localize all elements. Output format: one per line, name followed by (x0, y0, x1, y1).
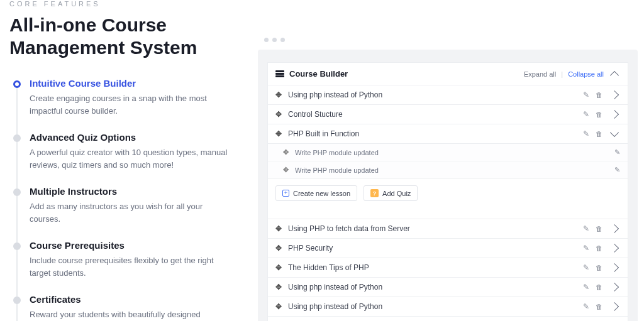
chevron-right-icon[interactable] (610, 283, 619, 291)
create-lesson-button[interactable]: + Create new lesson (275, 185, 357, 201)
topic-row[interactable]: ✥ Using php instead of Python (268, 278, 628, 297)
lesson-actions-row: + Create new lesson ? Add Quiz (268, 179, 628, 210)
feature-title: Multiple Instructors (30, 186, 242, 197)
lesson-row[interactable]: ✥ Write PHP module updated (268, 161, 628, 179)
expand-all-link[interactable]: Expand all (524, 70, 556, 78)
edit-icon[interactable] (583, 110, 589, 119)
add-quiz-label: Add Quiz (382, 190, 411, 197)
eyebrow-label: CORE FEATURES (9, 0, 242, 8)
feature-title: Certificates (30, 294, 242, 305)
delete-icon[interactable] (596, 224, 602, 233)
feature-desc: Create engaging courses in a snap with t… (30, 92, 231, 117)
feature-title: Advanced Quiz Options (30, 132, 242, 143)
topic-label: Using php instead of Python (288, 283, 583, 291)
create-lesson-label: Create new lesson (293, 190, 350, 197)
delete-icon[interactable] (596, 283, 602, 291)
feature-desc: Reward your students with beautifully de… (30, 308, 231, 321)
feature-title: Course Prerequisites (30, 240, 242, 251)
feature-title: Intuitive Course Builder (30, 78, 242, 89)
topic-row[interactable]: ✥ Using php instead of Python (268, 85, 628, 105)
chevron-right-icon[interactable] (610, 263, 619, 272)
features-list: Intuitive Course Builder Create engaging… (13, 78, 242, 321)
chevron-right-icon[interactable] (610, 244, 619, 253)
feature-certificates[interactable]: Certificates Reward your students with b… (13, 294, 242, 321)
add-quiz-button[interactable]: ? Add Quiz (364, 185, 418, 201)
plus-icon: + (282, 190, 289, 197)
feature-desc: A powerful quiz creator with 10 question… (30, 146, 231, 171)
topic-label: PHP Built in Function (288, 129, 583, 138)
edit-icon[interactable] (583, 302, 589, 311)
lesson-label: Write PHP module updated (295, 166, 614, 174)
chevron-right-icon[interactable] (610, 224, 619, 233)
drag-handle-icon[interactable]: ✥ (275, 302, 282, 311)
drag-handle-icon[interactable]: ✥ (275, 90, 282, 99)
delete-icon[interactable] (596, 129, 602, 138)
feature-quiz-options[interactable]: Advanced Quiz Options A powerful quiz cr… (13, 132, 242, 171)
page-headline: All-in-one Course Management System (9, 14, 242, 59)
edit-icon[interactable] (583, 224, 589, 233)
edit-icon[interactable] (614, 148, 620, 156)
drag-handle-icon[interactable]: ✥ (275, 224, 282, 233)
quiz-icon: ? (370, 189, 379, 197)
delete-icon[interactable] (596, 90, 602, 99)
drag-handle-icon[interactable]: ✥ (275, 283, 282, 291)
lesson-label: Write PHP module updated (295, 149, 614, 156)
feature-desc: Include course prerequisites flexibly to… (30, 254, 231, 279)
topic-label: Control Stucture (288, 110, 583, 119)
chevron-up-icon[interactable] (610, 70, 619, 79)
delete-icon[interactable] (596, 244, 602, 253)
delete-icon[interactable] (596, 302, 602, 311)
window-dots (264, 38, 638, 42)
feature-desc: Add as many instructors as you wish for … (30, 200, 231, 225)
builder-title: Course Builder (289, 69, 348, 79)
builder-header: Course Builder Expand all | Collapse all (268, 63, 628, 85)
separator: | (561, 70, 563, 78)
topic-row[interactable]: ✥ Control Stucture (268, 105, 628, 124)
chevron-right-icon[interactable] (610, 110, 619, 119)
topic-row[interactable]: ✥ The Hidden Tips of PHP (268, 258, 628, 278)
delete-icon[interactable] (596, 263, 602, 272)
topic-row[interactable]: ✥ Using PHP to fetch data from Server (268, 219, 628, 239)
drag-handle-icon[interactable]: ✥ (275, 244, 282, 253)
edit-icon[interactable] (583, 129, 589, 138)
topic-row[interactable]: ✥ PHP Built in Function (268, 124, 628, 144)
topic-label: PHP Security (288, 244, 583, 253)
edit-icon[interactable] (583, 244, 589, 253)
edit-icon[interactable] (614, 166, 620, 174)
topic-label: Using PHP to fetch data from Server (288, 224, 583, 233)
feature-intuitive-builder[interactable]: Intuitive Course Builder Create engaging… (13, 78, 242, 117)
edit-icon[interactable] (583, 90, 589, 99)
stack-icon (275, 70, 284, 77)
drag-handle-icon[interactable]: ✥ (283, 148, 289, 156)
drag-handle-icon[interactable]: ✥ (275, 263, 282, 272)
feature-multiple-instructors[interactable]: Multiple Instructors Add as many instruc… (13, 186, 242, 225)
topic-label: Using php instead of Python (288, 90, 583, 99)
collapse-all-link[interactable]: Collapse all (568, 70, 604, 78)
topic-label: The Hidden Tips of PHP (288, 263, 583, 272)
delete-icon[interactable] (596, 110, 602, 119)
drag-handle-icon[interactable]: ✥ (283, 166, 289, 174)
chevron-right-icon[interactable] (610, 90, 619, 99)
feature-prerequisites[interactable]: Course Prerequisites Include course prer… (13, 240, 242, 279)
topic-row[interactable]: ✥ PHP Security (268, 239, 628, 258)
chevron-right-icon[interactable] (610, 302, 619, 311)
course-builder-panel: Course Builder Expand all | Collapse all… (258, 50, 638, 321)
lesson-row[interactable]: ✥ Write PHP module updated (268, 144, 628, 161)
topic-row[interactable]: ✥ Using php instead of Python (268, 297, 628, 317)
drag-handle-icon[interactable]: ✥ (275, 129, 282, 138)
chevron-down-icon[interactable] (610, 128, 619, 137)
topic-label: Using php instead of Python (288, 302, 583, 311)
edit-icon[interactable] (583, 263, 589, 272)
edit-icon[interactable] (583, 283, 589, 291)
drag-handle-icon[interactable]: ✥ (275, 110, 282, 119)
course-builder-card: Course Builder Expand all | Collapse all… (267, 62, 628, 321)
